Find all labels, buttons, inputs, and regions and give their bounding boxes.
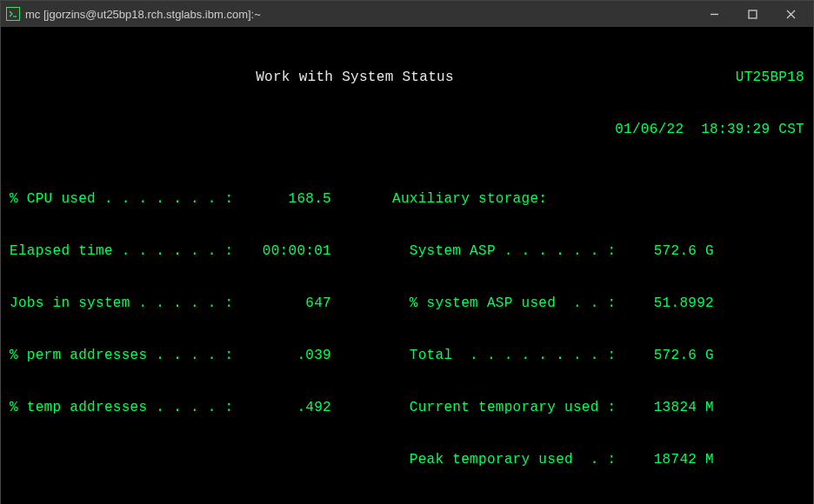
terminal-screen[interactable]: Work with System Status UT25BP18 01/06/2…	[1, 27, 813, 504]
total-label: Total . . . . . . . . :	[392, 347, 618, 364]
window-title: mc [jgorzins@ut25bp18.rch.stglabs.ibm.co…	[25, 8, 695, 21]
temp-value: .492	[244, 399, 331, 416]
terminal-icon	[6, 7, 20, 21]
system-name: UT25BP18	[700, 69, 804, 86]
jobs-label: Jobs in system . . . . . :	[10, 295, 244, 312]
peak-tmp-value: 18742 M	[618, 451, 714, 468]
pct-asp-value: 51.8992	[618, 295, 714, 312]
maximize-button[interactable]	[733, 1, 771, 27]
perm-label: % perm addresses . . . . :	[10, 347, 244, 364]
time: 18:39:29 CST	[701, 122, 804, 137]
elapsed-label: Elapsed time . . . . . . :	[10, 242, 244, 260]
cur-tmp-value: 13824 M	[618, 399, 714, 416]
total-value: 572.6 G	[618, 347, 714, 364]
cpu-value: 168.5	[244, 190, 331, 208]
cpu-label: % CPU used . . . . . . . :	[10, 190, 244, 208]
elapsed-value: 00:00:01	[244, 242, 331, 260]
jobs-value: 647	[244, 295, 331, 312]
window: mc [jgorzins@ut25bp18.rch.stglabs.ibm.co…	[0, 0, 814, 504]
pct-asp-label: % system ASP used . . :	[392, 295, 618, 312]
minimize-button[interactable]	[695, 1, 733, 27]
temp-label: % temp addresses . . . . :	[10, 399, 244, 416]
svg-rect-0	[749, 10, 757, 18]
cur-tmp-label: Current temporary used :	[392, 399, 618, 416]
aux-header: Auxiliary storage:	[392, 190, 618, 208]
perm-value: .039	[244, 347, 331, 364]
sys-asp-value: 572.6 G	[618, 242, 714, 260]
titlebar: mc [jgorzins@ut25bp18.rch.stglabs.ibm.co…	[1, 1, 813, 27]
sys-asp-label: System ASP . . . . . . :	[392, 242, 618, 260]
peak-tmp-label: Peak temporary used . :	[392, 451, 618, 468]
screen-title: Work with System Status	[10, 69, 700, 86]
date: 01/06/22	[615, 122, 684, 137]
close-button[interactable]	[771, 1, 810, 27]
